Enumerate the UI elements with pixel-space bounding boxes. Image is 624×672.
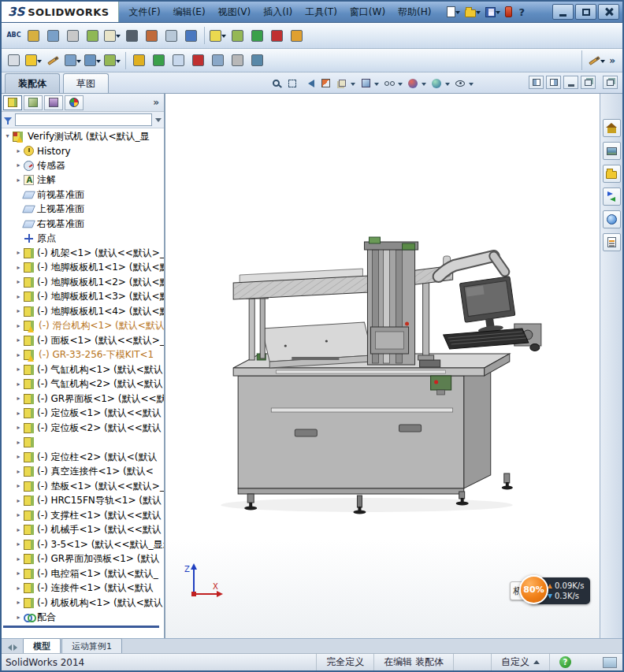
speed-overlay[interactable]: 桥 0.09K/s 0.3K/s 80% (510, 575, 590, 607)
quick-tips-icon[interactable]: ? (559, 656, 571, 668)
eraser-icon[interactable] (162, 26, 181, 46)
tree-item-sensors[interactable]: 传感器 (2, 158, 164, 173)
view-orientation-icon[interactable] (334, 75, 350, 91)
rollback-bar[interactable] (3, 626, 159, 628)
tree-item-component[interactable]: (-) 机架<1> (默认<<默认>_5 (2, 246, 164, 261)
screen-capture-icon[interactable] (181, 26, 201, 46)
expand-arrow-icon[interactable] (14, 352, 23, 358)
tree-item-mates[interactable]: 配合 (2, 611, 164, 626)
scale-icon[interactable] (208, 50, 228, 70)
tree-item-front-plane[interactable]: 前视基准面 (2, 187, 164, 202)
filter-icon[interactable] (4, 117, 12, 122)
table-icon[interactable] (43, 26, 63, 46)
interference-check-icon[interactable] (149, 50, 169, 70)
expand-arrow-icon[interactable] (14, 381, 23, 388)
configurationmanager-tab[interactable] (44, 95, 63, 110)
expand-arrow-icon[interactable] (14, 294, 23, 300)
display-style-icon[interactable] (358, 75, 373, 91)
tab-motion-study[interactable]: 运动算例1 (61, 638, 122, 653)
measure-icon[interactable] (63, 26, 83, 46)
tree-item-component[interactable]: (-) GR界面加强板<1> (默认 (2, 552, 164, 567)
expand-arrow-icon[interactable] (14, 148, 23, 154)
tree-item-component[interactable]: (-) 地脚板板机1<3> (默认<默 (2, 290, 164, 305)
exploded-view-icon[interactable] (129, 50, 149, 70)
tree-item-component[interactable]: (-) 机械手<1> (默认<<默认 (2, 523, 164, 538)
tree-item-history[interactable]: History (2, 144, 164, 159)
graphics-status-icon[interactable] (603, 657, 617, 668)
expand-arrow-icon[interactable] (14, 410, 23, 417)
tab-sketch[interactable]: 草图 (63, 73, 109, 93)
tree-item-component[interactable]: (-) 气缸机构<2> (默认<默认 (2, 377, 164, 392)
expand-arrow-icon[interactable] (14, 279, 23, 285)
expand-arrow-icon[interactable] (14, 425, 23, 431)
menu-insert[interactable]: 插入(I) (257, 2, 299, 22)
menu-view[interactable]: 视图(V) (212, 2, 258, 22)
view-palette-icon[interactable] (603, 187, 621, 206)
restore-doc-button[interactable] (581, 76, 596, 89)
tree-item-right-plane[interactable]: 右视基准面 (2, 217, 164, 232)
expand-arrow-icon[interactable] (14, 265, 23, 271)
file-explorer-icon[interactable] (603, 165, 621, 183)
previous-view-icon[interactable] (301, 75, 317, 91)
displaymanager-tab[interactable] (65, 95, 84, 110)
section-tool-icon[interactable] (142, 26, 162, 46)
menu-tools[interactable]: 工具(T) (299, 2, 344, 22)
tree-item-origin[interactable]: 原点 (2, 232, 164, 247)
model-3d[interactable] (165, 94, 600, 638)
graphics-viewport[interactable]: Z X 桥 0.09K/s 0.3K/s 80% (165, 94, 600, 638)
tree-item-component[interactable]: (-) GR界面板<1> (默认<<默 (2, 392, 164, 407)
expand-arrow-icon[interactable] (14, 556, 23, 562)
z-axis-tower[interactable] (364, 237, 418, 365)
featuremanager-tab[interactable] (3, 95, 22, 110)
hide-show-items-icon[interactable] (381, 75, 397, 91)
equations-icon[interactable] (122, 26, 142, 46)
expand-arrow-icon[interactable] (14, 512, 23, 518)
expand-arrow-icon[interactable] (14, 454, 23, 460)
tree-item-component[interactable]: (-) 地脚板板机1<4> (默认<默 (2, 304, 164, 319)
open-recent-icon[interactable] (24, 50, 43, 70)
spellcheck-icon[interactable]: ABC (4, 26, 24, 46)
scroll-right-icon[interactable] (13, 644, 20, 651)
minimize-button[interactable] (552, 4, 574, 20)
tree-item-root[interactable]: Verify测试机 (默认<默认_显 (2, 129, 164, 144)
solidworks-resources-icon[interactable] (603, 119, 621, 137)
expand-arrow-icon[interactable] (14, 570, 23, 577)
appearances-scenes-icon[interactable] (603, 210, 621, 228)
columns-icon[interactable] (63, 50, 83, 70)
mouse[interactable] (530, 344, 540, 351)
tree-item-component[interactable]: (-) 地脚板板机1<2> (默认<默 (2, 275, 164, 290)
move-component-icon[interactable] (267, 26, 287, 46)
tree-item-component[interactable]: (-) 面板<1> (默认<<默认>_ (2, 333, 164, 348)
tree-item-component[interactable]: (-) 垫板<1> (默认<<默认>_ (2, 479, 164, 494)
tree-item-component[interactable]: (-) 支撑柱<1> (默认<<默认 (2, 508, 164, 523)
expand-arrow-icon[interactable] (14, 177, 23, 184)
edit-sketch-icon[interactable] (43, 50, 63, 70)
edit-appearance-icon[interactable] (405, 75, 421, 91)
expand-arrow-icon[interactable] (14, 308, 23, 314)
rebuild-icon[interactable] (4, 50, 24, 70)
expand-arrow-icon[interactable] (14, 483, 23, 489)
menu-edit[interactable]: 编辑(E) (167, 2, 212, 22)
design-library-icon[interactable] (603, 142, 621, 160)
tree-item-component[interactable]: (-) 定位板<1> (默认<<默认 (2, 407, 164, 421)
view-settings-icon[interactable] (452, 75, 468, 91)
new-window-button[interactable] (603, 76, 618, 89)
filter-input[interactable] (15, 113, 152, 126)
acceleration-ball[interactable]: 80% (519, 575, 548, 604)
status-indicator-icon[interactable] (503, 3, 514, 20)
expand-arrow-icon[interactable] (14, 469, 23, 475)
grid-icon[interactable] (228, 50, 247, 70)
gantry-beams[interactable] (233, 256, 453, 299)
tree-item-component[interactable]: (-) 真空连接件<1> (默认< (2, 465, 164, 480)
help-icon[interactable]: ? (515, 6, 528, 18)
save-icon[interactable] (484, 3, 502, 20)
simulation-icon[interactable] (188, 50, 208, 70)
custom-dropdown[interactable]: 自定义 (491, 654, 549, 670)
expand-arrow-icon[interactable] (14, 162, 23, 169)
photo-view-icon[interactable] (247, 50, 267, 70)
expand-arrow-icon[interactable] (14, 323, 23, 329)
refresh-icon[interactable] (83, 50, 102, 70)
tab-scroll-buttons[interactable] (4, 644, 23, 653)
panel-flyout-icon[interactable]: » (150, 97, 162, 108)
expand-arrow-icon[interactable] (14, 337, 23, 343)
